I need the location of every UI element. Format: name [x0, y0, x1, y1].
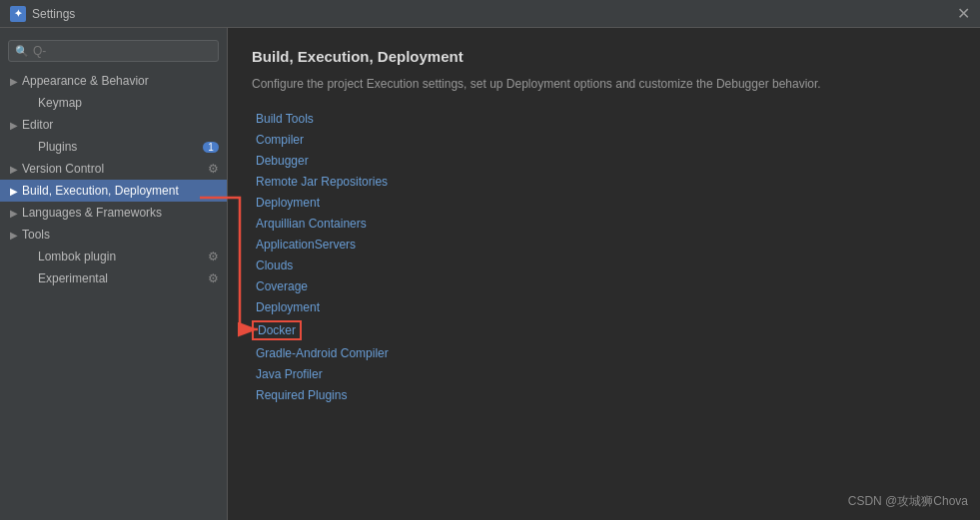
list-item: Deployment: [252, 299, 956, 315]
sidebar-item-label-build-execution: Build, Execution, Deployment: [22, 184, 179, 198]
panel-link-app-servers[interactable]: ApplicationServers: [252, 237, 360, 253]
expand-arrow-languages: ▶: [10, 208, 18, 219]
sidebar-item-lombok[interactable]: Lombok plugin⚙: [0, 246, 227, 267]
sidebar-item-editor[interactable]: ▶Editor: [0, 114, 227, 136]
sidebar-item-label-editor: Editor: [22, 118, 53, 132]
link-list: Build ToolsCompilerDebuggerRemote Jar Re…: [252, 111, 956, 403]
search-input[interactable]: [33, 44, 212, 58]
panel-link-coverage[interactable]: Coverage: [252, 278, 312, 294]
sidebar-item-label-lombok: Lombok plugin: [38, 250, 116, 263]
sidebar-item-label-languages: Languages & Frameworks: [22, 206, 162, 220]
list-item: ApplicationServers: [252, 237, 956, 253]
list-item: Coverage: [252, 278, 956, 294]
sidebar-item-version-control[interactable]: ▶Version Control⚙: [0, 158, 227, 180]
sidebar-item-keymap[interactable]: Keymap: [0, 92, 227, 114]
settings-icon-experimental: ⚙: [208, 271, 219, 285]
list-item: Debugger: [252, 153, 956, 169]
list-item: Clouds: [252, 258, 956, 273]
main-content: 🔍 ▶Appearance & BehaviorKeymap▶EditorPlu…: [0, 28, 980, 520]
sidebar-item-label-keymap: Keymap: [38, 96, 82, 110]
list-item: Java Profiler: [252, 366, 956, 382]
panel-link-clouds[interactable]: Clouds: [252, 258, 297, 273]
badge-plugins: 1: [203, 142, 219, 153]
panel-description: Configure the project Execution settings…: [252, 75, 956, 93]
sidebar-item-appearance[interactable]: ▶Appearance & Behavior: [0, 70, 227, 92]
title-bar: ✦ Settings ✕: [0, 0, 980, 28]
watermark: CSDN @攻城狮Chova: [848, 493, 968, 510]
panel-link-arquillian[interactable]: Arquillian Containers: [252, 216, 371, 232]
list-item: Compiler: [252, 132, 956, 148]
expand-arrow-build-execution: ▶: [10, 186, 18, 197]
expand-arrow-tools: ▶: [10, 230, 18, 241]
panel-link-build-tools[interactable]: Build Tools: [252, 111, 318, 127]
panel-link-gradle-android[interactable]: Gradle-Android Compiler: [252, 345, 393, 361]
list-item: Required Plugins: [252, 387, 956, 403]
panel-link-required-plugins[interactable]: Required Plugins: [252, 387, 351, 403]
list-item: Build Tools: [252, 111, 956, 127]
window-title: Settings: [32, 7, 75, 21]
right-panel: Build, Execution, Deployment Configure t…: [228, 28, 980, 520]
panel-link-docker[interactable]: Docker: [252, 320, 302, 340]
expand-arrow-editor: ▶: [10, 120, 18, 131]
sidebar-item-plugins[interactable]: Plugins1: [0, 136, 227, 158]
search-icon: 🔍: [15, 45, 29, 58]
panel-link-java-profiler[interactable]: Java Profiler: [252, 366, 327, 382]
close-button[interactable]: ✕: [957, 4, 970, 23]
list-item: Deployment: [252, 195, 956, 211]
app-icon: ✦: [10, 6, 26, 22]
search-box[interactable]: 🔍: [8, 40, 219, 62]
sidebar-item-label-plugins: Plugins: [38, 140, 77, 154]
panel-link-deployment2[interactable]: Deployment: [252, 299, 324, 315]
sidebar: 🔍 ▶Appearance & BehaviorKeymap▶EditorPlu…: [0, 28, 228, 520]
panel-link-remote-jar[interactable]: Remote Jar Repositories: [252, 174, 392, 190]
settings-icon-version-control: ⚙: [208, 162, 219, 176]
sidebar-item-build-execution[interactable]: ▶Build, Execution, Deployment: [0, 180, 227, 202]
panel-link-debugger[interactable]: Debugger: [252, 153, 313, 169]
list-item: Arquillian Containers: [252, 216, 956, 232]
sidebar-item-languages[interactable]: ▶Languages & Frameworks: [0, 202, 227, 224]
panel-link-compiler[interactable]: Compiler: [252, 132, 308, 148]
sidebar-item-tools[interactable]: ▶Tools: [0, 224, 227, 246]
sidebar-item-label-appearance: Appearance & Behavior: [22, 74, 149, 88]
settings-icon-lombok: ⚙: [208, 250, 219, 263]
sidebar-items-container: ▶Appearance & BehaviorKeymap▶EditorPlugi…: [0, 70, 227, 289]
sidebar-item-label-experimental: Experimental: [38, 271, 108, 285]
list-item: Remote Jar Repositories: [252, 174, 956, 190]
panel-title: Build, Execution, Deployment: [252, 48, 956, 65]
expand-arrow-appearance: ▶: [10, 76, 18, 87]
list-item: Docker: [252, 320, 956, 340]
sidebar-item-experimental[interactable]: Experimental⚙: [0, 267, 227, 289]
sidebar-item-label-version-control: Version Control: [22, 162, 104, 176]
sidebar-item-label-tools: Tools: [22, 228, 50, 242]
list-item: Gradle-Android Compiler: [252, 345, 956, 361]
panel-link-deployment[interactable]: Deployment: [252, 195, 324, 211]
expand-arrow-version-control: ▶: [10, 164, 18, 175]
